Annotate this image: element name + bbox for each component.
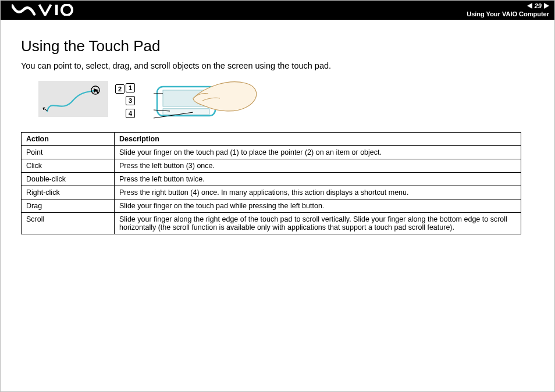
prev-page-icon[interactable] bbox=[527, 3, 532, 9]
next-page-icon[interactable] bbox=[544, 3, 549, 9]
th-action: Action bbox=[22, 133, 115, 146]
section-label: Using Your VAIO Computer bbox=[467, 10, 549, 17]
cell-action: Scroll bbox=[22, 213, 115, 234]
header-right: 29 Using Your VAIO Computer bbox=[467, 2, 549, 17]
table-row: Right-click Press the right button (4) o… bbox=[22, 186, 521, 199]
callout-stack: 1 3 4 bbox=[126, 83, 135, 118]
table-row: Point Slide your finger on the touch pad… bbox=[22, 146, 521, 159]
page-title: Using the Touch Pad bbox=[21, 37, 539, 55]
cell-desc: Slide your finger along the right edge o… bbox=[115, 213, 521, 234]
intro-text: You can point to, select, drag, and scro… bbox=[21, 61, 539, 70]
touchpad-illustration bbox=[152, 81, 263, 123]
table-row: Click Press the left button (3) once. bbox=[22, 159, 521, 173]
actions-table: Action Description Point Slide your fing… bbox=[21, 132, 521, 234]
cell-action: Double-click bbox=[22, 173, 115, 186]
cell-desc: Slide your finger on the touch pad (1) t… bbox=[115, 146, 521, 159]
svg-point-1 bbox=[62, 5, 72, 15]
cell-desc: Press the left button (3) once. bbox=[115, 159, 521, 173]
cell-action: Right-click bbox=[22, 186, 115, 199]
callout-3: 3 bbox=[126, 96, 135, 105]
cell-desc: Press the right button (4) once. In many… bbox=[115, 186, 521, 199]
svg-rect-7 bbox=[163, 109, 209, 115]
cell-action: Drag bbox=[22, 199, 115, 213]
vaio-logo bbox=[12, 4, 76, 16]
page-nav: 29 bbox=[527, 2, 549, 9]
callout-1: 1 bbox=[126, 83, 135, 92]
table-header-row: Action Description bbox=[22, 133, 521, 146]
page-content: Using the Touch Pad You can point to, se… bbox=[0, 20, 555, 234]
cell-action: Point bbox=[22, 146, 115, 159]
th-description: Description bbox=[115, 133, 521, 146]
page-number: 29 bbox=[535, 2, 542, 9]
cell-desc: Press the left button twice. bbox=[115, 173, 521, 186]
cell-desc: Slide your finger on the touch pad while… bbox=[115, 199, 521, 213]
table-row: Drag Slide your finger on the touch pad … bbox=[22, 199, 521, 213]
callout-4: 4 bbox=[126, 109, 135, 118]
illustration-row: ↖ 2 1 3 4 bbox=[38, 81, 539, 123]
header-bar: 29 Using Your VAIO Computer bbox=[0, 0, 555, 20]
callout-2: 2 bbox=[115, 84, 124, 94]
table-row: Double-click Press the left button twice… bbox=[22, 173, 521, 186]
svg-rect-0 bbox=[55, 5, 58, 15]
cursor-icon: ↖ bbox=[41, 104, 49, 114]
table-row: Scroll Slide your finger along the right… bbox=[22, 213, 521, 234]
pointer-illustration: ↖ 2 bbox=[38, 81, 108, 117]
cell-action: Click bbox=[22, 159, 115, 173]
